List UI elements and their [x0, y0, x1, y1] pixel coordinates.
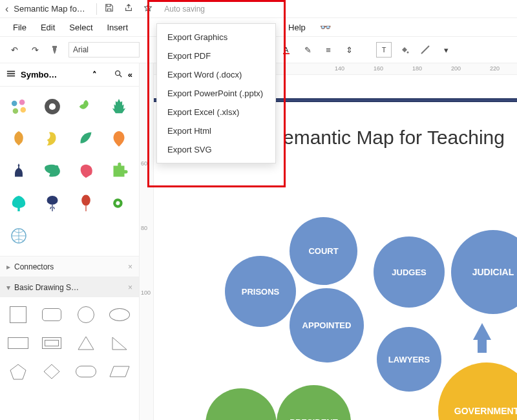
- export-html[interactable]: Export Html: [157, 121, 275, 140]
- bubble-court[interactable]: COURT: [290, 217, 357, 285]
- vertical-ruler: 60 80 100: [140, 63, 154, 420]
- symbol-item[interactable]: [5, 158, 32, 185]
- shape-rect[interactable]: [5, 332, 31, 354]
- svg-marker-19: [10, 364, 26, 379]
- shape-rounded[interactable]: [39, 304, 65, 326]
- menu-file[interactable]: File: [8, 20, 32, 35]
- menu-edit[interactable]: Edit: [36, 20, 60, 35]
- menu-select[interactable]: Select: [64, 20, 98, 35]
- svg-point-10: [21, 107, 26, 113]
- chevron-down-icon: ▾: [6, 283, 10, 292]
- svg-marker-20: [44, 364, 59, 379]
- symbol-item[interactable]: [105, 190, 132, 217]
- bubble-lawyers[interactable]: LAWYERS: [377, 327, 441, 392]
- symbol-item[interactable]: [72, 93, 100, 120]
- search-icon[interactable]: [114, 69, 123, 80]
- close-icon[interactable]: ×: [128, 283, 132, 292]
- svg-rect-4: [7, 73, 15, 74]
- align-icon[interactable]: ≡: [321, 42, 336, 58]
- shape-square[interactable]: [5, 304, 31, 326]
- export-menu: Export Graphics Export PDF Export Word (…: [156, 23, 276, 163]
- svg-point-8: [19, 100, 25, 105]
- export-svg[interactable]: Export SVG: [157, 140, 275, 159]
- svg-marker-21: [110, 366, 129, 377]
- export-pdf[interactable]: Export PDF: [157, 47, 275, 65]
- symbol-item[interactable]: [5, 125, 32, 152]
- symbol-item[interactable]: [105, 158, 132, 185]
- back-icon[interactable]: ‹: [5, 3, 8, 15]
- chevron-up-icon[interactable]: ˄: [92, 70, 97, 79]
- panel-connectors[interactable]: ▸ Connectors ×: [0, 256, 139, 277]
- svg-point-15: [81, 194, 90, 205]
- more-icon[interactable]: ▾: [438, 42, 454, 58]
- bubble-president[interactable]: PRESIDENT: [277, 385, 351, 420]
- symbol-item[interactable]: [39, 158, 66, 185]
- page-title[interactable]: emantic Map for Teaching: [283, 127, 505, 149]
- view-icon[interactable]: 👓: [315, 19, 336, 35]
- svg-point-7: [12, 101, 17, 107]
- close-icon[interactable]: ×: [128, 262, 132, 271]
- symbol-item[interactable]: [39, 190, 66, 217]
- symbol-item[interactable]: [39, 93, 66, 120]
- symbol-item[interactable]: [5, 222, 32, 249]
- symbol-item[interactable]: [105, 93, 132, 120]
- save-icon[interactable]: [102, 3, 116, 14]
- shape-circle[interactable]: [73, 304, 99, 326]
- svg-text:A: A: [284, 46, 289, 54]
- bubble-appointed[interactable]: APPOINTED: [290, 288, 364, 362]
- svg-marker-18: [112, 337, 127, 350]
- menu-help[interactable]: Help: [283, 20, 311, 35]
- spacing-icon[interactable]: ⇕: [341, 42, 357, 58]
- bubble-government[interactable]: GOVERNMENT: [438, 362, 517, 420]
- redo-icon[interactable]: ↷: [27, 42, 43, 58]
- bubble-judges[interactable]: JUDGES: [374, 236, 445, 308]
- shape-ellipse[interactable]: [107, 304, 132, 326]
- divider: [96, 3, 97, 15]
- svg-point-13: [55, 165, 58, 169]
- line-icon[interactable]: [417, 42, 433, 58]
- chevron-right-icon: ▸: [6, 262, 10, 271]
- star-icon[interactable]: [141, 3, 155, 14]
- symbol-grid: [0, 87, 139, 256]
- symbol-item[interactable]: [72, 190, 100, 217]
- bubble-prisons[interactable]: PRISONS: [225, 256, 296, 327]
- svg-rect-5: [7, 76, 15, 77]
- symbol-item[interactable]: [72, 125, 100, 152]
- bubble-green-left[interactable]: [206, 388, 277, 420]
- document-title: Semantic Map fo…: [14, 4, 91, 14]
- symbol-item[interactable]: [5, 93, 32, 120]
- library-title: Symbo…: [21, 70, 87, 79]
- symbol-item[interactable]: [5, 190, 32, 217]
- symbol-item[interactable]: [39, 125, 66, 152]
- export-ppt[interactable]: Export PowerPoint (.pptx): [157, 84, 275, 103]
- svg-point-9: [13, 109, 19, 114]
- shape-pentagon[interactable]: [5, 361, 31, 383]
- svg-point-12: [49, 103, 56, 110]
- highlight-icon[interactable]: ✎: [300, 42, 315, 58]
- collapse-icon[interactable]: «: [128, 70, 132, 79]
- panel-basic-shapes[interactable]: ▾ Basic Drawing S… ×: [0, 277, 139, 297]
- export-word[interactable]: Export Word (.docx): [157, 65, 275, 84]
- export-icon[interactable]: [121, 3, 136, 14]
- text-tool-icon[interactable]: T: [376, 42, 392, 58]
- svg-marker-17: [78, 337, 94, 350]
- font-color-icon[interactable]: A: [279, 42, 295, 58]
- fill-icon[interactable]: [397, 42, 412, 58]
- format-painter-icon[interactable]: [48, 42, 63, 58]
- shape-parallelogram[interactable]: [107, 361, 132, 383]
- shape-oval[interactable]: [73, 361, 99, 383]
- library-icon[interactable]: [6, 69, 16, 80]
- svg-rect-3: [7, 71, 15, 72]
- export-graphics[interactable]: Export Graphics: [157, 28, 275, 47]
- symbol-item[interactable]: [105, 125, 132, 152]
- shape-diamond[interactable]: [39, 361, 65, 383]
- font-select[interactable]: Arial: [69, 42, 140, 58]
- bubble-judicial[interactable]: JUDICIAL: [451, 230, 517, 314]
- menu-insert[interactable]: Insert: [102, 20, 134, 35]
- undo-icon[interactable]: ↶: [6, 42, 22, 58]
- shape-triangle[interactable]: [73, 332, 99, 354]
- shape-right-triangle[interactable]: [107, 332, 132, 354]
- export-xlsx[interactable]: Export Excel (.xlsx): [157, 103, 275, 121]
- symbol-item[interactable]: [72, 158, 100, 185]
- shape-frame[interactable]: [39, 332, 65, 354]
